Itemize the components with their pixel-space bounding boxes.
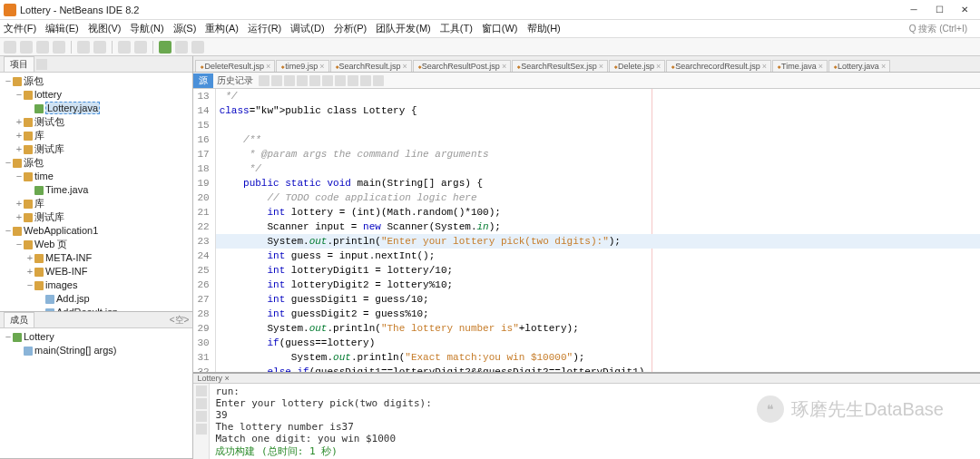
tree-node[interactable]: Lottery.java — [4, 102, 189, 115]
clean-build-icon[interactable] — [134, 41, 147, 54]
bc-icon[interactable] — [322, 75, 333, 86]
editor-breadcrumb: 源 历史记录 — [193, 73, 980, 89]
menu-item[interactable]: 视图(V) — [88, 22, 122, 35]
tree-node[interactable]: −Lottery — [4, 330, 189, 344]
bc-icon[interactable] — [348, 75, 358, 86]
tree-node[interactable]: +库 — [4, 197, 189, 210]
tree-node[interactable]: −源包 — [4, 156, 189, 170]
build-icon[interactable] — [118, 41, 131, 54]
tree-node[interactable]: main(String[] args) — [4, 344, 189, 357]
tree-node[interactable]: +测试库 — [4, 210, 189, 224]
gutter: 1314151617181920212223242526272829303132… — [193, 89, 215, 372]
output-pane: Lottery × run: Enter your lottery pick(t… — [193, 372, 980, 459]
bc-icon[interactable] — [309, 75, 320, 86]
toolbar — [0, 38, 980, 56]
menu-item[interactable]: 导航(N) — [130, 22, 163, 35]
tree-node[interactable]: +META-INF — [4, 251, 189, 265]
left-panel: 项目 −源包−lotteryLottery.java+测试包+库+测试库−源包−… — [0, 56, 193, 459]
new-file-icon[interactable] — [4, 41, 16, 54]
projects-tab[interactable]: 项目 — [4, 56, 34, 72]
undo-icon[interactable] — [77, 41, 90, 54]
menu-item[interactable]: 帮助(H) — [527, 22, 561, 35]
tree-node[interactable]: −源包 — [4, 74, 189, 88]
pane-min-icon[interactable] — [36, 59, 47, 70]
editor-tab[interactable]: ⬥time9.jsp× — [276, 60, 328, 72]
menu-item[interactable]: 调试(D) — [290, 22, 324, 35]
bc-icon[interactable] — [259, 75, 270, 86]
app-icon — [4, 4, 16, 16]
redo-icon[interactable] — [93, 41, 106, 54]
editor-tab[interactable]: ⬥Delete.jsp× — [609, 60, 665, 72]
output-wrap-icon[interactable] — [196, 424, 207, 435]
editor-panel: ⬥DeleteResult.jsp×⬥time9.jsp×⬥SearchResu… — [193, 56, 980, 459]
editor-tab[interactable]: ⬥DeleteResult.jsp× — [195, 60, 275, 72]
bc-icon[interactable] — [271, 75, 282, 86]
window-buttons: ─ ☐ ✕ — [902, 2, 976, 18]
tree-node[interactable]: +库 — [4, 129, 189, 142]
tree-node[interactable]: +测试包 — [4, 115, 189, 129]
tree-node[interactable]: +测试库 — [4, 142, 189, 156]
output-header: Lottery × — [193, 374, 980, 384]
window-title: Lottery - NetBeans IDE 8.2 — [20, 5, 902, 15]
editor-tab[interactable]: ⬥Lottery.java× — [828, 60, 890, 72]
global-search[interactable]: Q 搜索 (Ctrl+I) — [909, 23, 967, 35]
editor-tab[interactable]: ⬥Time.java× — [772, 60, 828, 72]
menu-item[interactable]: 工具(T) — [440, 22, 473, 35]
source-badge[interactable]: 源 — [193, 73, 213, 88]
navigator-tree[interactable]: −Lotterymain(String[] args) — [0, 328, 192, 458]
projects-tree[interactable]: −源包−lotteryLottery.java+测试包+库+测试库−源包−tim… — [0, 73, 192, 311]
bc-icon[interactable] — [284, 75, 295, 86]
output-stop-icon[interactable] — [196, 386, 207, 396]
maximize-button[interactable]: ☐ — [927, 2, 951, 18]
new-project-icon[interactable] — [20, 41, 33, 54]
bc-icon[interactable] — [373, 75, 384, 86]
history-link[interactable]: 历史记录 — [217, 74, 253, 87]
separator — [112, 41, 113, 54]
profile-icon[interactable] — [191, 41, 204, 54]
tree-node[interactable]: AddResult.jsp — [4, 306, 189, 311]
output-rerun-icon[interactable] — [196, 398, 207, 409]
tree-node[interactable]: −Web 页 — [4, 238, 189, 251]
output-clear-icon[interactable] — [196, 411, 207, 422]
titlebar: Lottery - NetBeans IDE 8.2 ─ ☐ ✕ — [0, 0, 980, 20]
navigator-pane: 成员 <空> −Lotterymain(String[] args) — [0, 312, 192, 459]
menu-item[interactable]: 运行(R) — [248, 22, 281, 35]
navigator-tab[interactable]: 成员 — [4, 312, 34, 327]
tree-node[interactable]: −WebApplication1 — [4, 224, 189, 238]
tree-node[interactable]: −lottery — [4, 88, 189, 102]
code-editor[interactable]: 1314151617181920212223242526272829303132… — [193, 89, 980, 372]
menu-item[interactable]: 文件(F) — [4, 22, 36, 35]
tree-node[interactable]: −time — [4, 170, 189, 183]
navigator-filter[interactable]: <空> — [170, 314, 190, 327]
editor-tab[interactable]: ⬥SearchResultPost.jsp× — [413, 60, 511, 72]
debug-icon[interactable] — [175, 41, 188, 54]
bc-icon[interactable] — [335, 75, 346, 86]
editor-tabs: ⬥DeleteResult.jsp×⬥time9.jsp×⬥SearchResu… — [193, 56, 980, 73]
editor-tab[interactable]: ⬥SearchResult.jsp× — [330, 60, 412, 72]
editor-tab[interactable]: ⬥SearchrecordResult.jsp× — [666, 60, 771, 72]
menu-item[interactable]: 源(S) — [173, 22, 197, 35]
run-icon[interactable] — [159, 41, 172, 54]
menu-item[interactable]: 窗口(W) — [482, 22, 518, 35]
code-area[interactable]: */class="kw">public class Lottery { /** … — [216, 89, 980, 372]
projects-pane: 项目 −源包−lotteryLottery.java+测试包+库+测试库−源包−… — [0, 56, 192, 312]
navigator-pane-header: 成员 <空> — [0, 312, 192, 328]
minimize-button[interactable]: ─ — [902, 2, 926, 18]
menu-item[interactable]: 重构(A) — [205, 22, 239, 35]
close-button[interactable]: ✕ — [953, 2, 976, 18]
output-text: run: Enter your lottery pick(two digits)… — [210, 384, 980, 459]
separator — [152, 41, 153, 54]
editor-tab[interactable]: ⬥SearchResultSex.jsp× — [512, 60, 608, 72]
output-tab[interactable]: Lottery × — [197, 374, 229, 383]
bc-icon[interactable] — [297, 75, 308, 86]
tree-node[interactable]: −images — [4, 278, 189, 292]
tree-node[interactable]: +WEB-INF — [4, 265, 189, 278]
tree-node[interactable]: Add.jsp — [4, 292, 189, 306]
tree-node[interactable]: Time.java — [4, 183, 189, 197]
bc-icon[interactable] — [360, 75, 371, 86]
save-all-icon[interactable] — [53, 41, 65, 54]
menu-item[interactable]: 团队开发(M) — [376, 22, 431, 35]
menu-item[interactable]: 编辑(E) — [45, 22, 79, 35]
open-icon[interactable] — [36, 41, 49, 54]
menu-item[interactable]: 分析(P) — [334, 22, 368, 35]
